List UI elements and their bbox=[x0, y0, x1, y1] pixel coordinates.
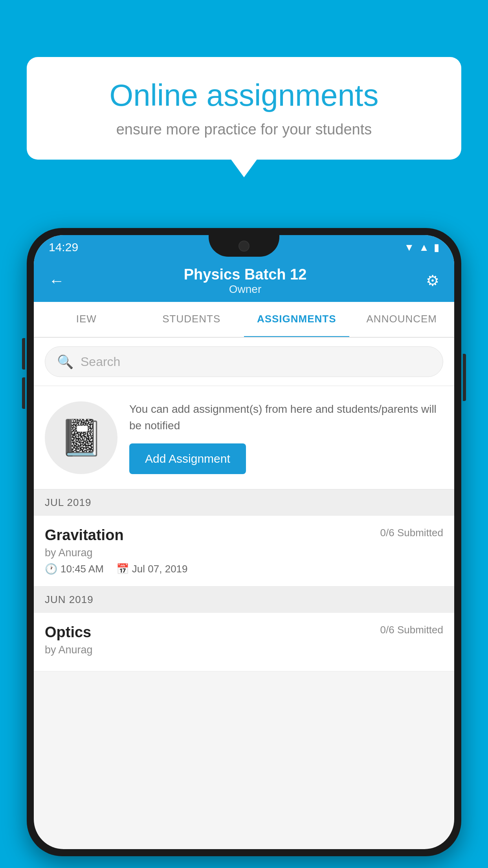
notch bbox=[209, 235, 279, 257]
header-subtitle: Owner bbox=[184, 283, 307, 296]
notebook-icon: 📓 bbox=[59, 417, 103, 458]
speech-bubble-container: Online assignments ensure more practice … bbox=[27, 57, 461, 160]
cta-section: 📓 You can add assignment(s) from here an… bbox=[34, 386, 454, 489]
cta-icon-circle: 📓 bbox=[45, 401, 117, 474]
tab-assignments[interactable]: ASSIGNMENTS bbox=[244, 302, 349, 338]
assignment-author-optics: by Anurag bbox=[45, 644, 443, 656]
assignment-time: 10:45 AM bbox=[61, 563, 104, 575]
volume-up-button bbox=[22, 338, 25, 370]
back-button[interactable]: ← bbox=[49, 272, 64, 290]
speech-bubble: Online assignments ensure more practice … bbox=[27, 57, 461, 160]
phone-screen: 14:29 ▼ ▲ ▮ ← Physics Batch 12 Owner ⚙ I… bbox=[34, 235, 454, 849]
camera bbox=[238, 241, 250, 252]
phone-frame: 14:29 ▼ ▲ ▮ ← Physics Batch 12 Owner ⚙ I… bbox=[27, 228, 461, 856]
battery-icon: ▮ bbox=[434, 241, 439, 254]
add-assignment-button[interactable]: Add Assignment bbox=[129, 443, 246, 474]
header-center: Physics Batch 12 Owner bbox=[184, 266, 307, 296]
tabs-container: IEW STUDENTS ASSIGNMENTS ANNOUNCEM bbox=[34, 302, 454, 338]
tab-announcements[interactable]: ANNOUNCEM bbox=[349, 302, 455, 338]
power-button bbox=[463, 354, 466, 401]
search-icon: 🔍 bbox=[57, 354, 73, 370]
meta-date: 📅 Jul 07, 2019 bbox=[116, 563, 188, 575]
assignment-submitted-optics: 0/6 Submitted bbox=[380, 624, 443, 636]
cta-content: You can add assignment(s) from here and … bbox=[129, 401, 443, 474]
assignment-top-optics: Optics 0/6 Submitted bbox=[45, 624, 443, 641]
app-header: ← Physics Batch 12 Owner ⚙ bbox=[34, 259, 454, 302]
volume-down-button bbox=[22, 377, 25, 409]
settings-button[interactable]: ⚙ bbox=[426, 272, 439, 289]
speech-bubble-title: Online assignments bbox=[52, 79, 436, 112]
cta-description: You can add assignment(s) from here and … bbox=[129, 401, 443, 434]
calendar-icon: 📅 bbox=[116, 563, 129, 575]
assignment-name: Gravitation bbox=[45, 527, 124, 544]
meta-time: 🕐 10:45 AM bbox=[45, 563, 104, 575]
tab-students[interactable]: STUDENTS bbox=[139, 302, 244, 338]
clock-icon: 🕐 bbox=[45, 563, 57, 575]
tab-iew[interactable]: IEW bbox=[34, 302, 139, 338]
status-time: 14:29 bbox=[49, 241, 78, 254]
phone-content: IEW STUDENTS ASSIGNMENTS ANNOUNCEM 🔍 Sea… bbox=[34, 302, 454, 849]
assignment-submitted: 0/6 Submitted bbox=[380, 527, 443, 539]
month-header-jul: JUL 2019 bbox=[34, 489, 454, 516]
assignment-meta: 🕐 10:45 AM 📅 Jul 07, 2019 bbox=[45, 563, 443, 575]
month-header-jun: JUN 2019 bbox=[34, 587, 454, 613]
search-placeholder: Search bbox=[81, 355, 120, 369]
search-container: 🔍 Search bbox=[34, 338, 454, 386]
assignment-name-optics: Optics bbox=[45, 624, 91, 641]
wifi-icon: ▼ bbox=[404, 241, 415, 254]
assignment-item-optics[interactable]: Optics 0/6 Submitted by Anurag bbox=[34, 613, 454, 671]
signal-icon: ▲ bbox=[419, 241, 429, 254]
assignment-date: Jul 07, 2019 bbox=[132, 563, 188, 575]
assignment-item-gravitation[interactable]: Gravitation 0/6 Submitted by Anurag 🕐 10… bbox=[34, 516, 454, 587]
assignment-author: by Anurag bbox=[45, 547, 443, 559]
search-bar[interactable]: 🔍 Search bbox=[45, 346, 443, 377]
assignment-top: Gravitation 0/6 Submitted bbox=[45, 527, 443, 544]
speech-bubble-subtitle: ensure more practice for your students bbox=[52, 121, 436, 138]
status-icons: ▼ ▲ ▮ bbox=[404, 241, 439, 254]
header-title: Physics Batch 12 bbox=[184, 266, 307, 283]
